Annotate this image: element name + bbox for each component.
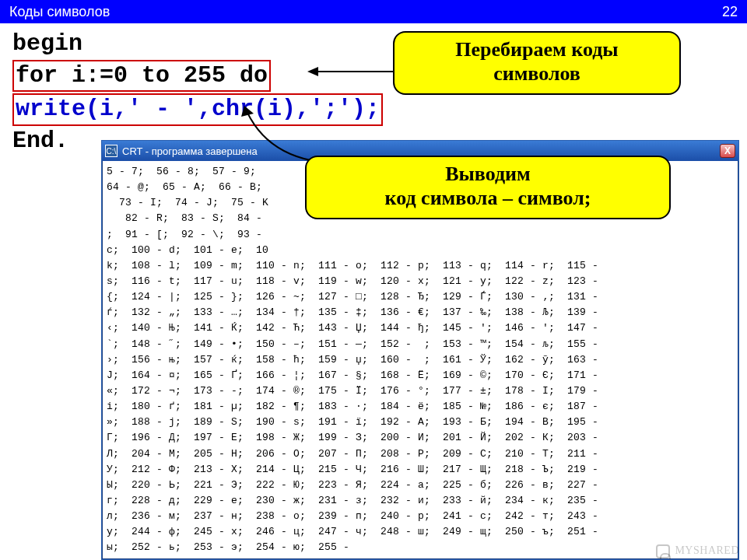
watermark-icon [656, 544, 670, 558]
callout-output-code: Выводим код символа – символ; [305, 156, 671, 219]
app-icon: C:\ [105, 145, 117, 157]
code-line-for: for i:=0 to 255 do [16, 62, 268, 89]
watermark: MYSHARED [656, 544, 739, 558]
callout1-line2: символов [409, 61, 665, 86]
slide-title: Коды символов [9, 4, 110, 20]
window-title: CRT - программа завершена [122, 145, 258, 157]
callout2-line1: Выводим [321, 162, 655, 186]
callout1-line1: Перебираем коды [409, 37, 665, 61]
slide-number: 22 [722, 4, 738, 20]
close-button[interactable]: X [720, 144, 735, 158]
svg-marker-1 [307, 67, 318, 76]
callout2-line2: код символа – символ; [321, 186, 655, 210]
callout-iterate-codes: Перебираем коды символов [393, 31, 681, 95]
slide-header: Коды символов 22 [0, 0, 747, 23]
watermark-text: MYSHARED [675, 544, 739, 556]
svg-marker-3 [241, 106, 254, 117]
crt-output-text: 5 - 7; 56 - 8; 57 - 9; 64 - @; 65 - A; 6… [102, 161, 738, 559]
